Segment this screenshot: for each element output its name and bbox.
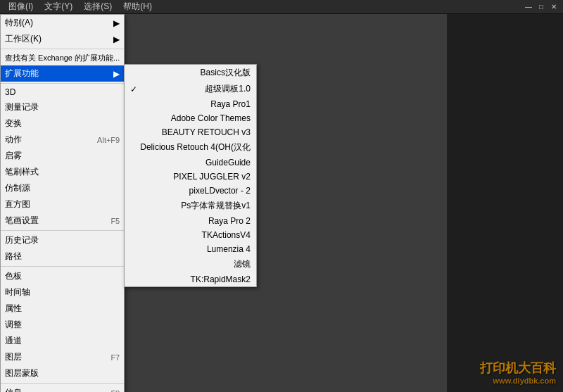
sub-tk-rapid[interactable]: TK:RapidMask2 xyxy=(125,272,256,286)
sub-lumenzia[interactable]: Lumenzia 4 xyxy=(125,242,256,256)
menu-3d[interactable]: 3D xyxy=(1,85,124,99)
menu-extensions[interactable]: 扩展功能 ▶ Basics汉化版 ✓ 超级调板1.0 xyxy=(1,65,124,82)
minimize-button[interactable]: — xyxy=(522,1,535,13)
menu-layer-mask[interactable]: 图层蒙版 xyxy=(1,365,124,381)
sub-tkactions[interactable]: TKActionsV4 xyxy=(125,228,256,242)
menu-layers[interactable]: 图层 F7 xyxy=(1,349,124,365)
sub-super-panel[interactable]: ✓ 超级调板1.0 xyxy=(125,81,256,97)
watermark-sub: www.diydbk.com xyxy=(480,377,556,385)
menu-help[interactable]: 帮助(H) xyxy=(118,0,158,14)
sub-beauty[interactable]: BEAUTY RETOUCH v3 xyxy=(125,125,256,139)
menu-stroke[interactable]: 笔画设置 F5 xyxy=(1,213,124,229)
canvas-area: 特别(A) ▶ 工作区(K) ▶ 查找有关 Exchange 的扩展功能... … xyxy=(0,0,447,392)
menu-special[interactable]: 特别(A) ▶ xyxy=(1,15,124,31)
extensions-submenu: Basics汉化版 ✓ 超级调板1.0 Raya Pro1 Adobe xyxy=(124,64,257,287)
menu-path[interactable]: 路径 xyxy=(1,248,124,265)
menu-histogram[interactable]: 直方图 xyxy=(1,196,124,213)
menu-timeline[interactable]: 时间轴 xyxy=(1,284,124,301)
separator-3 xyxy=(1,230,124,231)
menu-measure[interactable]: 测量记录 xyxy=(1,99,124,115)
watermark: 打印机大百科 www.diydbk.com xyxy=(480,360,556,385)
menu-image[interactable]: 图像(I) xyxy=(3,0,39,14)
menu-select[interactable]: 选择(S) xyxy=(78,0,118,14)
sub-pixeld[interactable]: pixeLDvector - 2 xyxy=(125,184,256,198)
menu-action[interactable]: 动作 Alt+F9 xyxy=(1,132,124,148)
separator xyxy=(1,49,124,49)
menu-history[interactable]: 历史记录 xyxy=(1,232,124,248)
close-button[interactable]: ✕ xyxy=(548,1,560,13)
sub-filter[interactable]: 滤镜 xyxy=(125,256,256,272)
menu-swatches[interactable]: 色板 xyxy=(1,268,124,284)
menu-type[interactable]: 文字(Y) xyxy=(39,0,78,14)
watermark-main: 打印机大百科 xyxy=(480,360,556,377)
sub-ps-font[interactable]: Ps字体常规替换v1 xyxy=(125,198,256,214)
maximize-button[interactable]: □ xyxy=(535,1,548,13)
menu-properties[interactable]: 属性 xyxy=(1,301,124,317)
separator-4 xyxy=(1,266,124,267)
separator-5 xyxy=(1,383,124,384)
sub-raya1[interactable]: Raya Pro1 xyxy=(125,97,256,111)
menu-brush[interactable]: 笔刷样式 xyxy=(1,164,124,180)
menu-bar: 图像(I) 文字(Y) 选择(S) 帮助(H) — □ ✕ xyxy=(0,0,563,14)
menu-fog[interactable]: 启雾 xyxy=(1,148,124,164)
menu-adjustment[interactable]: 调整 xyxy=(1,317,124,333)
sub-raya2[interactable]: Raya Pro 2 xyxy=(125,214,256,228)
separator-2 xyxy=(1,83,124,84)
sub-basics[interactable]: Basics汉化版 xyxy=(125,65,256,81)
filter-dropdown: 特别(A) ▶ 工作区(K) ▶ 查找有关 Exchange 的扩展功能... … xyxy=(0,14,125,392)
menu-transform[interactable]: 变换 xyxy=(1,115,124,132)
sub-guideguide[interactable]: GuideGuide xyxy=(125,156,256,170)
sub-delicious[interactable]: Delicious Retouch 4(OH(汉化 xyxy=(125,139,256,156)
menu-channels[interactable]: 通道 xyxy=(1,333,124,349)
menu-clone[interactable]: 仿制源 xyxy=(1,180,124,196)
sub-color-themes[interactable]: Adobe Color Themes xyxy=(125,111,256,125)
menu-workspace[interactable]: 工作区(K) ▶ xyxy=(1,31,124,47)
sub-pixel-juggler[interactable]: PIXEL JUGGLER v2 xyxy=(125,170,256,184)
menu-info[interactable]: 信息 F8 xyxy=(1,385,124,392)
main-area: 特别(A) ▶ 工作区(K) ▶ 查找有关 Exchange 的扩展功能... … xyxy=(0,14,563,392)
menu-exchange[interactable]: 查找有关 Exchange 的扩展功能... xyxy=(1,51,124,65)
